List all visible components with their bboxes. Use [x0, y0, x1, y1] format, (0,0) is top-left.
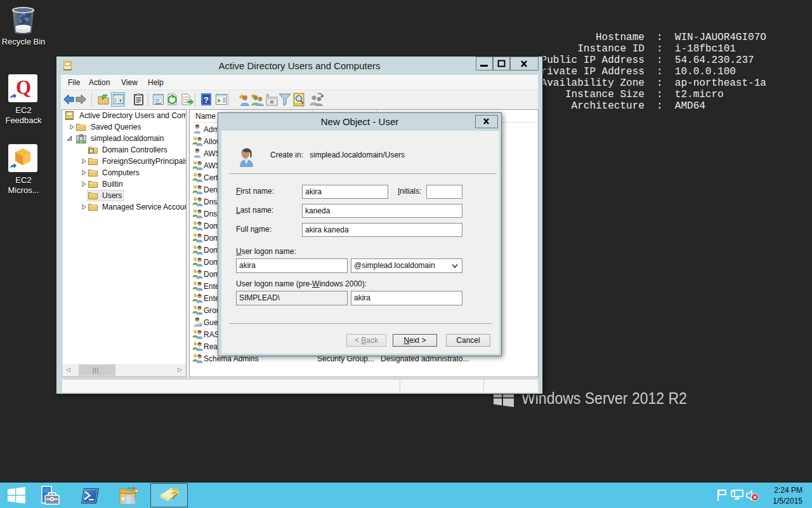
svg-text:?: ? [204, 95, 209, 105]
